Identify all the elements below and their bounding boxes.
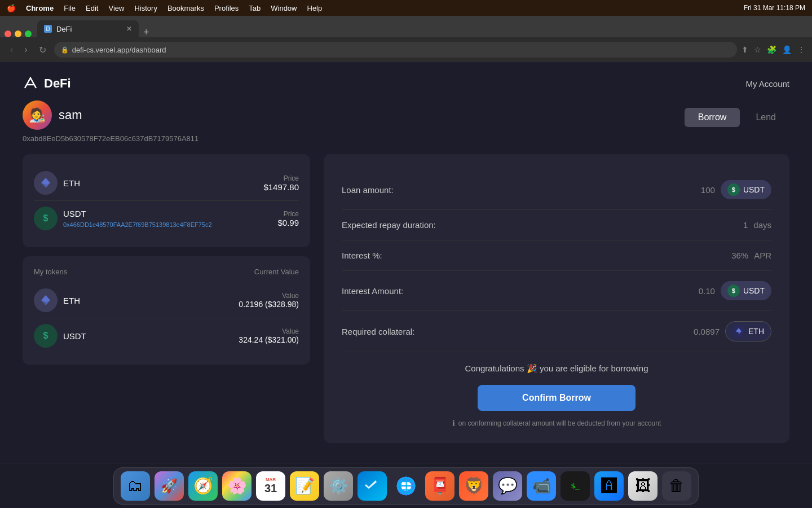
menu-tab[interactable]: Tab — [249, 4, 261, 12]
collateral-eth-badge: ETH — [725, 321, 771, 341]
dock-chrome[interactable]: 🌐 — [391, 471, 421, 501]
my-usdt-icon: $ — [34, 324, 58, 348]
loan-currency-badge: $ USDT — [721, 180, 771, 199]
eth-price-value: $1497.80 — [263, 182, 299, 192]
current-value-label: Current Value — [254, 268, 299, 276]
apple-menu[interactable]: 🍎 — [7, 4, 16, 12]
collateral-label: Required collateral: — [342, 327, 414, 336]
user-row: 🧑‍🎨 sam Borrow Lend — [23, 100, 789, 134]
menu-help[interactable]: Help — [307, 4, 323, 12]
menubar-right: Fri 31 Mar 11:18 PM — [744, 4, 805, 12]
new-tab-btn[interactable]: + — [143, 27, 149, 37]
my-usdt-info: $ USDT — [34, 324, 86, 348]
usdt-info: $ USDT 0x466DD1e48570FAA2E7f69B75139813e… — [34, 207, 212, 230]
logo-icon — [23, 76, 38, 91]
dock-vscode[interactable] — [358, 471, 387, 501]
menu-history[interactable]: History — [134, 4, 157, 12]
bookmark-icon[interactable]: ☆ — [754, 45, 761, 54]
congrats-text: Congratulations 🎉 you are eligible for b… — [342, 364, 771, 374]
menu-chrome[interactable]: Chrome — [26, 4, 54, 12]
menu-bookmarks[interactable]: Bookmarks — [167, 4, 204, 12]
window-close-btn[interactable] — [5, 30, 11, 37]
confirm-borrow-button[interactable]: Confirm Borrow — [478, 385, 636, 411]
dock-settings[interactable]: ⚙️ — [324, 471, 353, 501]
dock-terminal[interactable]: $_ — [561, 471, 590, 501]
dock-postman[interactable]: 📮 — [425, 471, 454, 501]
menu-icon[interactable]: ⋮ — [797, 45, 805, 54]
url-bar[interactable]: 🔒 defi-cs.vercel.app/dashboard — [54, 42, 737, 58]
eth-info: ETH — [34, 171, 80, 195]
share-icon[interactable]: ⬆ — [742, 45, 748, 54]
menu-edit[interactable]: Edit — [86, 4, 98, 12]
extensions-icon[interactable]: 🧩 — [767, 45, 776, 54]
nav-bar: ‹ › ↻ 🔒 defi-cs.vercel.app/dashboard ⬆ ☆… — [0, 37, 812, 62]
loan-amount-value: 100 — [701, 185, 715, 195]
tab-close-btn[interactable]: ✕ — [126, 25, 132, 33]
dock: 🗂 🚀 🧭 🌸 MAR 31 📝 ⚙️ 🌐 📮 🦁 💬 📹 $_ 🅰 🖼 🗑 — [113, 467, 699, 505]
collateral-note: ℹ on conforming collateral amount will b… — [342, 419, 771, 427]
lend-toggle-btn[interactable]: Lend — [742, 108, 789, 127]
menu-window[interactable]: Window — [271, 4, 297, 12]
menu-file[interactable]: File — [64, 4, 76, 12]
dock-notes[interactable]: 📝 — [290, 471, 319, 501]
url-text[interactable]: defi-cs.vercel.app/dashboard — [72, 46, 166, 54]
app-container: DeFi My Account 🧑‍🎨 sam Borrow Lend 0xab… — [0, 62, 812, 463]
my-tokens-card: My tokens Current Value ETH — [23, 256, 310, 365]
main-content: ETH Price $1497.80 $ USDT 0x466DD — [23, 154, 789, 443]
dock-zoom[interactable]: 📹 — [527, 471, 556, 501]
tab-bar: D DeFi ✕ + — [0, 16, 812, 37]
repay-value-section: 1 days — [743, 220, 771, 230]
dock-photos[interactable]: 🌸 — [222, 471, 251, 501]
my-eth-icon — [34, 288, 58, 312]
dock-brave[interactable]: 🦁 — [459, 471, 488, 501]
dock-teams[interactable]: 💬 — [493, 471, 522, 501]
window-maximize-btn[interactable] — [25, 30, 32, 37]
window-minimize-btn[interactable] — [15, 30, 21, 37]
eth-name: ETH — [63, 178, 80, 188]
my-usdt-row: $ USDT Value 324.24 ($321.00) — [34, 318, 299, 353]
dock-container: 🗂 🚀 🧭 🌸 MAR 31 📝 ⚙️ 🌐 📮 🦁 💬 📹 $_ 🅰 🖼 🗑 — [0, 463, 812, 508]
eth-price-label: Price — [263, 174, 299, 182]
lock-icon: 🔒 — [61, 46, 69, 54]
usdt-price-section: Price $0.99 — [277, 210, 299, 227]
reload-btn[interactable]: ↻ — [36, 42, 50, 58]
apr-label: APR — [754, 251, 771, 260]
repay-duration-row: Expected repay duration: 1 days — [342, 210, 771, 240]
my-account-link[interactable]: My Account — [745, 79, 789, 89]
nav-right-icons: ⬆ ☆ 🧩 👤 ⋮ — [742, 45, 805, 54]
eth-icon — [34, 171, 58, 195]
loan-amount-value-section: 100 $ USDT — [701, 180, 771, 199]
usdt-badge-icon: $ — [727, 183, 740, 196]
collateral-eth-icon — [732, 325, 745, 338]
usdt-price-value: $0.99 — [277, 218, 299, 227]
username: sam — [59, 108, 82, 122]
interest-amount-value: 0.10 — [699, 286, 715, 296]
browser-tab-active[interactable]: D DeFi ✕ — [37, 20, 139, 37]
profile-icon[interactable]: 👤 — [782, 45, 792, 54]
dock-safari[interactable]: 🧭 — [188, 471, 218, 501]
collateral-currency-label: ETH — [748, 327, 764, 336]
dock-appstore[interactable]: 🅰 — [594, 471, 624, 501]
menu-profiles[interactable]: Profiles — [214, 4, 239, 12]
repay-value: 1 — [743, 220, 748, 230]
loan-amount-label: Loan amount: — [342, 185, 394, 195]
interest-amount-value-section: 0.10 $ USDT — [699, 281, 771, 300]
dock-launchpad[interactable]: 🚀 — [155, 471, 184, 501]
collateral-row: Required collateral: 0.0897 ETH — [342, 311, 771, 352]
forward-btn[interactable]: › — [21, 42, 30, 57]
app-header: DeFi My Account — [23, 62, 789, 100]
menu-view[interactable]: View — [108, 4, 124, 12]
borrow-toggle-btn[interactable]: Borrow — [685, 108, 740, 127]
my-usdt-value: 324.24 ($321.00) — [239, 335, 299, 344]
back-btn[interactable]: ‹ — [7, 42, 16, 57]
my-usdt-value-section: Value 324.24 ($321.00) — [239, 327, 299, 344]
dock-finder[interactable]: 🗂 — [121, 471, 150, 501]
repay-duration-label: Expected repay duration: — [342, 220, 436, 230]
interest-percent-label: Interest %: — [342, 251, 382, 260]
dock-calendar[interactable]: MAR 31 — [256, 471, 285, 501]
my-eth-info: ETH — [34, 288, 80, 312]
my-eth-value-section: Value 0.2196 ($328.98) — [239, 292, 299, 309]
dock-preview[interactable]: 🖼 — [628, 471, 657, 501]
dock-trash[interactable]: 🗑 — [662, 471, 691, 501]
interest-amount-currency-badge: $ USDT — [721, 281, 771, 300]
